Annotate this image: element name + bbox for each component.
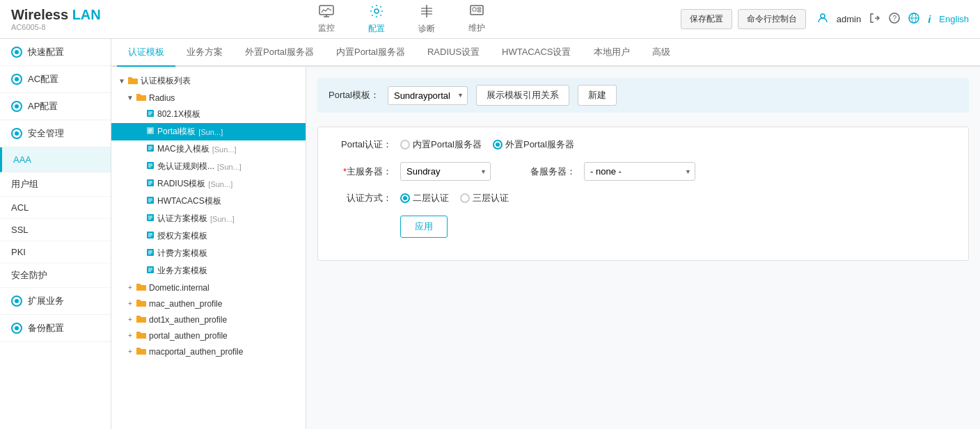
info-icon[interactable]: i <box>928 13 931 25</box>
tree-node-portal-template[interactable]: Portal模板 [Sun...] <box>111 123 306 140</box>
backup-server-label: 备服务器： <box>527 165 576 178</box>
radio-external-label: 外置Portal服务器 <box>505 138 574 151</box>
dometic-expand-icon: + <box>125 283 135 293</box>
main-server-label-text: 主服务器： <box>347 166 392 177</box>
main-server-label: *主服务器： <box>329 165 392 178</box>
dometic-folder-icon <box>136 282 146 293</box>
nav-diagnose-label: 诊断 <box>418 23 435 35</box>
tree-node-mac-access[interactable]: MAC接入模板 [Sun...] <box>111 140 306 158</box>
sidebar-item-ssl[interactable]: SSL <box>0 219 111 241</box>
sidebar-item-acl[interactable]: ACL <box>0 197 111 219</box>
radio-builtin-circle <box>400 140 410 149</box>
tab-advanced[interactable]: 高级 <box>641 39 681 67</box>
tree-node-dot1x-label: 802.1X模板 <box>157 108 200 120</box>
tree-node-free-auth[interactable]: 免认证规则模... [Sun...] <box>111 158 306 175</box>
svg-text:?: ? <box>893 15 897 22</box>
tab-auth-template[interactable]: 认证模板 <box>117 39 175 67</box>
content-panel: ▼ 认证模板列表 ▼ Radius <box>111 67 980 429</box>
expand-icon-security <box>11 128 22 139</box>
tab-bar: 认证模板 业务方案 外置Portal服务器 内置Portal服务器 RADIUS… <box>111 39 980 67</box>
nav-maintain-label: 维护 <box>468 22 485 34</box>
cmd-control-button[interactable]: 命令行控制台 <box>738 9 806 29</box>
radio-layer2-label: 二层认证 <box>413 192 449 204</box>
dot1x-file-icon <box>146 109 155 120</box>
sidebar-item-security-mgmt[interactable]: 安全管理 <box>0 120 111 147</box>
sidebar-item-ac-config[interactable]: AC配置 <box>0 66 111 93</box>
sidebar-item-user-group[interactable]: 用户组 <box>0 172 111 197</box>
tree-node-dot1x-authen[interactable]: + dot1x_authen_profile <box>111 311 306 327</box>
logout-icon[interactable] <box>869 13 880 26</box>
nav-monitor[interactable]: 监控 <box>313 2 340 37</box>
macportal-authen-expand-icon: + <box>125 347 135 357</box>
form-row-portal-auth: Portal认证： 内置Portal服务器 外置Portal服务器 <box>329 138 957 151</box>
portal-auth-label: Portal认证： <box>329 138 392 151</box>
tree-node-free-tag: [Sun...] <box>217 163 242 171</box>
tab-biz-scheme[interactable]: 业务方案 <box>175 39 234 67</box>
radio-layer2[interactable]: 二层认证 <box>400 192 449 204</box>
globe-icon[interactable] <box>908 13 919 26</box>
detail-toolbar: Portal模板： Sundrayportal 展示模板引用关系 新建 <box>317 78 969 113</box>
apply-button[interactable]: 应用 <box>400 216 448 238</box>
tree-root-label: 认证模板列表 <box>141 75 191 87</box>
tree-node-radius-tmpl-tag: [Sun...] <box>208 180 232 188</box>
tab-local-user[interactable]: 本地用户 <box>583 39 641 67</box>
sidebar-label-acl: ACL <box>11 202 29 213</box>
auth-policy-file-icon <box>146 231 155 241</box>
tree-node-portal-label: Portal模板 <box>157 126 196 138</box>
logo-sub: AC6005-8 <box>11 23 122 31</box>
radius-tmpl-file-icon <box>146 179 155 189</box>
nav-maintain[interactable]: 维护 <box>463 2 491 37</box>
tree-node-mac-label: MAC接入模板 <box>157 143 210 155</box>
tree-node-portal-authen[interactable]: + portal_authen_profile <box>111 327 306 343</box>
radio-builtin-portal[interactable]: 内置Portal服务器 <box>400 138 482 151</box>
tree-node-dot1x[interactable]: 802.1X模板 <box>111 106 306 123</box>
nav-config-label: 配置 <box>368 23 385 35</box>
help-icon[interactable]: ? <box>889 13 900 26</box>
sidebar-item-ap-config[interactable]: AP配置 <box>0 93 111 120</box>
tab-builtin-portal[interactable]: 内置Portal服务器 <box>325 39 416 67</box>
sidebar-item-quick-config[interactable]: 快速配置 <box>0 39 111 66</box>
new-button[interactable]: 新建 <box>578 85 617 106</box>
tree-root[interactable]: ▼ 认证模板列表 <box>111 72 306 90</box>
radio-builtin-label: 内置Portal服务器 <box>413 138 482 151</box>
tree-node-hwtacacs-template[interactable]: HWTACACS模板 <box>111 193 306 210</box>
radio-layer3[interactable]: 三层认证 <box>460 192 509 204</box>
tree-node-radius-group[interactable]: ▼ Radius <box>111 90 306 106</box>
main-server-select[interactable]: Sundray <box>400 162 491 181</box>
tree-node-dometic[interactable]: + Dometic.internal <box>111 280 306 296</box>
tree-node-dometic-label: Dometic.internal <box>149 283 210 293</box>
tree-panel: ▼ 认证模板列表 ▼ Radius <box>111 67 306 429</box>
svg-rect-9 <box>473 8 476 11</box>
tree-node-biz-scheme[interactable]: 业务方案模板 <box>111 262 306 280</box>
show-ref-button[interactable]: 展示模板引用关系 <box>476 85 569 106</box>
tree-node-mac-authen[interactable]: + mac_authen_profile <box>111 296 306 311</box>
radio-external-portal[interactable]: 外置Portal服务器 <box>493 138 574 151</box>
tree-node-auth-policy[interactable]: 授权方案模板 <box>111 227 306 245</box>
backup-server-select[interactable]: - none - <box>584 162 695 181</box>
dot1x-authen-expand-icon: + <box>125 315 135 325</box>
tab-ext-portal[interactable]: 外置Portal服务器 <box>234 39 325 67</box>
radio-layer3-circle <box>460 193 470 203</box>
sidebar-item-security-protect[interactable]: 安全防护 <box>0 264 111 288</box>
tree-node-auth-scheme-tag: [Sun...] <box>210 215 235 223</box>
expand-icon-backup <box>11 323 22 334</box>
tab-radius-settings[interactable]: RADIUS设置 <box>416 39 491 67</box>
tab-hwtacacs-settings[interactable]: HWTACACS设置 <box>491 39 582 67</box>
sidebar-item-ext-service[interactable]: 扩展业务 <box>0 288 111 315</box>
sidebar-label-aaa: AAA <box>13 154 31 165</box>
nav-diagnose[interactable]: 诊断 <box>413 1 441 38</box>
auth-scheme-file-icon <box>146 213 155 224</box>
sidebar-item-backup-config[interactable]: 备份配置 <box>0 315 111 342</box>
save-config-button[interactable]: 保存配置 <box>681 9 732 29</box>
tree-node-macportal-authen[interactable]: + macportal_authen_profile <box>111 343 306 359</box>
language-label[interactable]: English <box>939 14 969 24</box>
portal-template-select[interactable]: Sundrayportal <box>388 86 468 105</box>
sidebar-item-pki[interactable]: PKI <box>0 241 111 264</box>
tree-node-auth-scheme[interactable]: 认证方案模板 [Sun...] <box>111 210 306 227</box>
tree-node-radius-template[interactable]: RADIUS模板 [Sun...] <box>111 175 306 193</box>
svg-point-12 <box>821 14 825 18</box>
tree-node-accounting[interactable]: 计费方案模板 <box>111 245 306 262</box>
nav-config[interactable]: 配置 <box>363 1 390 38</box>
tree-node-portal-authen-label: portal_authen_profile <box>149 331 228 341</box>
sidebar-item-aaa[interactable]: AAA <box>0 147 111 172</box>
